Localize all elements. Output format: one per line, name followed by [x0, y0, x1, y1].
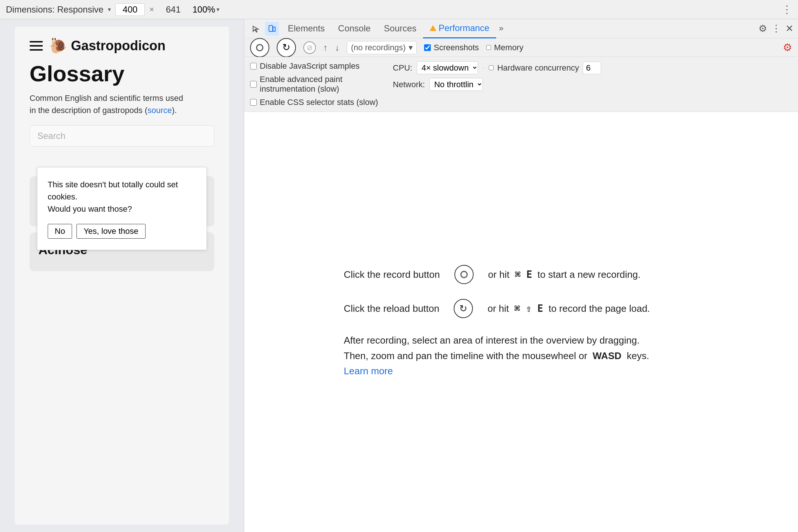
svg-rect-1	[273, 27, 275, 31]
hardware-concurrency-checkbox[interactable]	[489, 65, 494, 70]
reload-instruction: Click the reload button ↻ or hit ⌘ ⇧ E t…	[344, 299, 699, 318]
warning-triangle-icon	[430, 25, 436, 31]
cpu-setting-row: CPU: 4× slowdown · Hardware concurrency	[393, 61, 601, 74]
svg-rect-0	[269, 25, 273, 31]
page-content: Glossary Common English and scientific t…	[15, 62, 229, 154]
source-link[interactable]: source	[147, 106, 172, 115]
page-header: 🐌 Gastropodicon	[15, 27, 229, 62]
reload-instruction-pre: Click the reload button	[344, 301, 440, 316]
recording-note: After recording, select an area of inter…	[344, 333, 699, 379]
enable-paint-checkbox[interactable]	[250, 81, 257, 88]
enable-css-label: Enable CSS selector stats (slow)	[260, 98, 378, 107]
disable-js-samples-row: Disable JavaScript samples	[250, 61, 378, 71]
zoom-chevron-icon: ▾	[216, 6, 219, 13]
recordings-chevron-icon: ▾	[409, 43, 413, 52]
width-input[interactable]	[115, 3, 145, 16]
separator: ×	[149, 5, 154, 14]
hardware-concurrency-row: Hardware concurrency	[489, 62, 601, 74]
hardware-value-input[interactable]	[583, 62, 601, 74]
cpu-select[interactable]: 4× slowdown	[417, 61, 478, 74]
memory-checkbox[interactable]	[486, 45, 491, 50]
disable-js-samples-checkbox[interactable]	[250, 63, 257, 69]
height-value: 641	[158, 4, 188, 15]
memory-label: Memory	[494, 43, 523, 52]
record-instruction-pre: Click the record button	[344, 267, 440, 282]
devtools-tab-bar: Elements Console Sources Performance » ⚙…	[244, 19, 798, 38]
recordings-label: (no recordings)	[351, 43, 406, 52]
performance-empty-state: Click the record button or hit ⌘ E to st…	[244, 112, 798, 532]
note-line1: After recording, select an area of inter…	[344, 335, 640, 346]
memory-checkbox-label[interactable]: Memory	[486, 43, 523, 52]
settings-icon[interactable]: ⚙	[758, 23, 767, 34]
note-line2: Then, zoom and pan the timeline with the…	[344, 350, 587, 361]
reload-button-icon: ↻	[454, 299, 473, 318]
tab-console[interactable]: Console	[331, 19, 377, 38]
zoom-select[interactable]: 100% ▾	[192, 4, 219, 15]
reload-shortcut-keys: ⌘ ⇧ E	[514, 303, 543, 314]
record-instruction-post: or hit ⌘ E to start a new recording.	[488, 267, 641, 282]
select-element-icon[interactable]	[249, 22, 263, 36]
enable-css-checkbox[interactable]	[250, 99, 257, 106]
chevron-down-icon[interactable]: ▾	[108, 6, 111, 13]
cookie-banner: This site doesn't but totally could set …	[37, 167, 207, 250]
search-input[interactable]: Search	[30, 125, 214, 147]
site-logo: 🐌 Gastropodicon	[49, 37, 166, 54]
devtools-panel: Elements Console Sources Performance » ⚙…	[244, 19, 798, 532]
close-icon[interactable]: ✕	[785, 23, 794, 34]
hamburger-menu-icon[interactable]	[30, 41, 43, 51]
cookie-buttons: No Yes, love those	[48, 224, 196, 239]
disable-js-samples-label: Disable JavaScript samples	[260, 61, 359, 71]
enable-paint-row: Enable advanced paint instrumentation (s…	[250, 75, 378, 94]
snail-icon: 🐌	[49, 37, 67, 54]
browser-preview: 🐌 Gastropodicon Glossary Common English …	[0, 19, 244, 532]
performance-controls-bar: ↻ ⊘ ↑ ↓ (no recordings) ▾ Screenshots Me…	[244, 38, 798, 57]
top-bar-more-icon[interactable]: ⋮	[782, 3, 792, 16]
network-select[interactable]: No throttlin	[429, 78, 483, 91]
screenshots-checkbox-label[interactable]: Screenshots	[424, 43, 479, 52]
devtools-tabs: Elements Console Sources Performance »	[281, 19, 507, 38]
reload-instruction-post: or hit ⌘ ⇧ E to record the page load.	[488, 301, 650, 316]
upload-icon[interactable]: ↑	[323, 42, 328, 53]
tab-more-icon[interactable]: »	[496, 19, 507, 38]
top-bar: Dimensions: Responsive ▾ × 641 100% ▾ ⋮	[0, 0, 798, 19]
hardware-label: Hardware concurrency	[497, 63, 579, 73]
more-options-icon[interactable]: ⋮	[771, 23, 781, 34]
tab-elements[interactable]: Elements	[281, 19, 331, 38]
reload-record-button[interactable]: ↻	[277, 38, 296, 57]
main-layout: 🐌 Gastropodicon Glossary Common English …	[0, 19, 798, 532]
note-keys: WASD	[593, 350, 621, 361]
screenshots-checkbox[interactable]	[424, 44, 431, 51]
yes-love-those-button[interactable]: Yes, love those	[76, 224, 145, 239]
dimensions-label: Dimensions: Responsive	[6, 4, 103, 15]
site-name: Gastropodicon	[71, 38, 166, 54]
settings-red-icon[interactable]: ⚙	[783, 41, 792, 54]
performance-settings-bar: Disable JavaScript samples Enable advanc…	[244, 57, 798, 112]
learn-more-link[interactable]: Learn more	[344, 365, 393, 376]
page-frame: 🐌 Gastropodicon Glossary Common English …	[15, 27, 229, 525]
cookie-text: This site doesn't but totally could set …	[48, 178, 196, 215]
recordings-dropdown[interactable]: (no recordings) ▾	[347, 41, 417, 54]
download-icon[interactable]: ↓	[335, 42, 340, 53]
record-button-icon	[454, 265, 474, 284]
network-label: Network:	[393, 80, 425, 89]
devtools-toolbar-right: ⚙ ⋮ ✕	[758, 23, 794, 34]
cpu-label: CPU:	[393, 63, 412, 73]
settings-column-left: Disable JavaScript samples Enable advanc…	[250, 61, 378, 107]
page-title: Glossary	[30, 62, 214, 86]
record-instruction: Click the record button or hit ⌘ E to st…	[344, 265, 699, 284]
tab-performance[interactable]: Performance	[423, 19, 496, 38]
record-button[interactable]	[250, 38, 269, 57]
record-shortcut-keys: ⌘ E	[515, 269, 532, 280]
screenshots-label: Screenshots	[434, 43, 479, 52]
stop-button[interactable]: ⊘	[303, 41, 316, 54]
network-setting-row: Network: No throttlin	[393, 78, 601, 91]
device-toolbar-icon[interactable]	[265, 22, 279, 36]
note-line3: keys.	[627, 350, 649, 361]
tab-sources[interactable]: Sources	[377, 19, 423, 38]
enable-css-row: Enable CSS selector stats (slow)	[250, 98, 378, 107]
settings-column-right: CPU: 4× slowdown · Hardware concurrency …	[393, 61, 601, 91]
enable-paint-label: Enable advanced paint instrumentation (s…	[260, 75, 342, 94]
page-description: Common English and scientific terms used…	[30, 92, 214, 116]
no-button[interactable]: No	[48, 224, 72, 239]
